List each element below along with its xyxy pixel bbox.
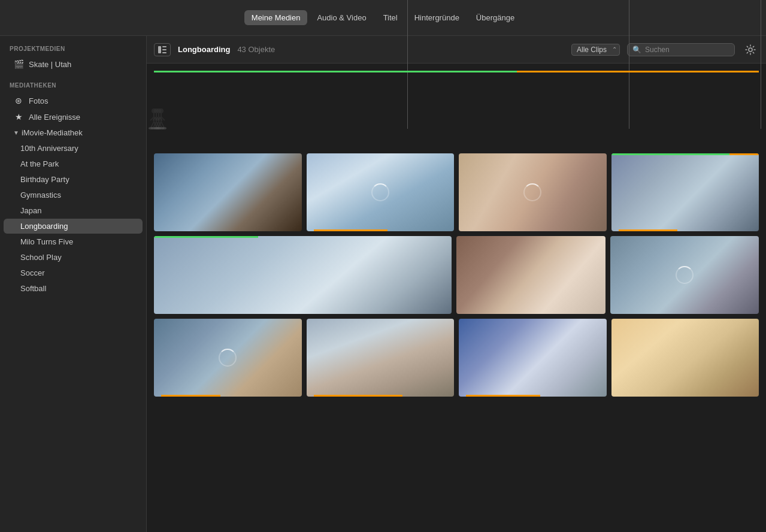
svg-rect-0	[158, 46, 161, 53]
main-layout: PROJEKTMEDIEN 🎬 Skate | Utah MEDIATHEKEN…	[0, 36, 766, 532]
nav-audio-video[interactable]: Audio & Video	[310, 10, 373, 25]
loading-spinner	[676, 266, 694, 284]
section-header-mediatheken: MEDIATHEKEN	[0, 72, 146, 92]
video-grid	[147, 64, 766, 532]
sidebar: PROJEKTMEDIEN 🎬 Skate | Utah MEDIATHEKEN…	[0, 36, 147, 532]
sidebar-item-alle-ereignisse[interactable]: ★ Alle Ereignisse	[4, 109, 143, 125]
sidebar-item-soccer[interactable]: Soccer	[4, 265, 143, 280]
video-cell-r2-2[interactable]	[459, 153, 607, 231]
video-cell-r2-0[interactable]	[154, 153, 302, 231]
svg-rect-2	[162, 49, 166, 50]
nav-titel[interactable]: Titel	[376, 10, 405, 25]
imovie-library-header[interactable]: ▼ iMovie-Mediathek	[4, 125, 143, 140]
search-box: 🔍	[627, 43, 735, 56]
sidebar-item-birthday-party[interactable]: Birthday Party	[4, 172, 143, 187]
gear-icon	[745, 44, 756, 55]
video-cell-r4-3[interactable]	[611, 319, 759, 397]
top-navbar: Meine Medien Audio & Video Titel Hinterg…	[0, 0, 766, 36]
sidebar-item-skate-utah[interactable]: 🎬 Skate | Utah	[4, 56, 143, 72]
sidebar-item-label: Longboarding	[20, 222, 68, 231]
sidebar-item-10th-anniversary[interactable]: 10th Anniversary	[4, 141, 143, 156]
svg-line-34	[161, 122, 164, 128]
loading-spinner	[219, 349, 237, 367]
sidebar-item-label: Milo Turns Five	[20, 237, 73, 246]
search-icon: 🔍	[632, 46, 641, 54]
svg-point-36	[162, 127, 166, 129]
sidebar-item-softball[interactable]: Softball	[4, 281, 143, 296]
svg-point-35	[156, 127, 161, 129]
video-cell-r4-0[interactable]	[154, 319, 302, 397]
nav-meine-medien[interactable]: Meine Medien	[244, 10, 308, 25]
svg-rect-1	[162, 46, 166, 47]
video-cell-r4-2[interactable]	[459, 319, 607, 397]
clips-select[interactable]: Alle Clips	[571, 44, 620, 56]
sidebar-item-label: School Play	[20, 253, 62, 262]
nav-uebergaenge[interactable]: Übergänge	[469, 10, 522, 25]
content-title: Longboarding	[178, 45, 230, 54]
film-icon: 🎬	[13, 59, 24, 69]
video-row-3	[154, 236, 759, 314]
loading-spinner	[371, 183, 389, 201]
sidebar-item-label: Skate | Utah	[29, 60, 71, 69]
svg-line-33	[158, 122, 161, 128]
svg-rect-3	[162, 52, 166, 53]
sidebar-toggle-button[interactable]	[154, 43, 171, 56]
loading-spinner	[523, 183, 541, 201]
sidebar-item-label: Soccer	[20, 268, 44, 277]
video-cell-r2-1[interactable]	[307, 153, 455, 231]
settings-button[interactable]	[742, 41, 759, 58]
imovie-library-label: iMovie-Mediathek	[22, 128, 83, 137]
content-toolbar: Longboarding 43 Objekte Alle Clips 🔍	[147, 36, 766, 64]
sidebar-item-school-play[interactable]: School Play	[4, 250, 143, 265]
sidebar-item-label: Fotos	[29, 96, 49, 105]
sidebar-toggle-icon	[158, 46, 166, 53]
sidebar-item-label: Gymnastics	[20, 191, 61, 200]
sidebar-item-label: Alle Ereignisse	[29, 113, 80, 122]
svg-point-29	[159, 108, 164, 113]
sidebar-item-milo-turns-five[interactable]: Milo Turns Five	[4, 234, 143, 249]
nav-hintergruende[interactable]: Hintergründe	[407, 10, 467, 25]
content-area: Longboarding 43 Objekte Alle Clips 🔍	[147, 36, 766, 532]
clips-select-wrapper: Alle Clips	[571, 44, 620, 56]
sidebar-item-at-the-park[interactable]: At the Park	[4, 156, 143, 171]
vertical-line-3	[761, 0, 761, 129]
video-cell-r3-2[interactable]	[610, 236, 759, 314]
video-cell-r3-0[interactable]	[154, 236, 452, 314]
svg-point-4	[749, 48, 752, 52]
video-cell-r3-1[interactable]	[456, 236, 605, 314]
sidebar-item-fotos[interactable]: ⊛ Fotos	[4, 93, 143, 108]
sidebar-item-label: Softball	[20, 284, 46, 293]
video-row-1-wrapper	[154, 71, 759, 149]
video-cell-r2-3[interactable]	[611, 153, 759, 231]
video-cell-r4-1[interactable]	[307, 319, 455, 397]
sidebar-item-label: Birthday Party	[20, 175, 69, 184]
chevron-down-icon: ▼	[13, 129, 19, 136]
star-icon: ★	[13, 112, 24, 122]
sidebar-item-longboarding[interactable]: Longboarding	[4, 219, 143, 234]
content-count: 43 Objekte	[237, 45, 275, 54]
search-input[interactable]	[645, 46, 723, 54]
fotos-icon: ⊛	[13, 96, 24, 105]
sidebar-item-gymnastics[interactable]: Gymnastics	[4, 188, 143, 202]
sidebar-item-label: 10th Anniversary	[20, 144, 78, 153]
sidebar-item-label: At the Park	[20, 159, 59, 168]
sidebar-item-label: Japan	[20, 206, 41, 215]
sidebar-item-japan[interactable]: Japan	[4, 203, 143, 218]
section-header-projektmedien: PROJEKTMEDIEN	[0, 36, 146, 56]
